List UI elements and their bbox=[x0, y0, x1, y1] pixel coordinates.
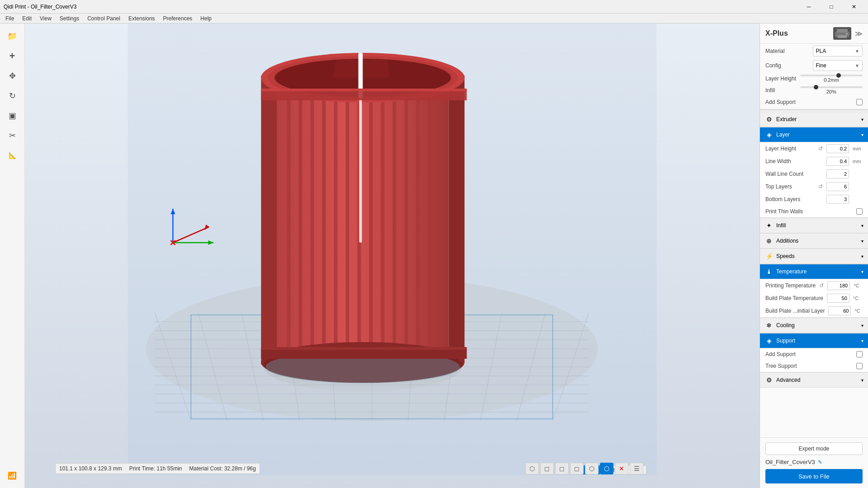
advanced-section-header[interactable]: ⚙ Advanced ▾ bbox=[760, 372, 868, 388]
arrange-button[interactable]: ☰ bbox=[630, 463, 643, 474]
wall-line-count-input[interactable] bbox=[826, 169, 849, 178]
minimize-button[interactable]: ─ bbox=[798, 0, 819, 14]
svg-rect-66 bbox=[838, 35, 847, 38]
layer-height-display: 0.2mm bbox=[800, 77, 863, 83]
open-folder-button[interactable]: 📁 bbox=[3, 27, 21, 45]
add-support-label: Add Support bbox=[765, 351, 853, 357]
menu-file[interactable]: File bbox=[2, 14, 18, 23]
statusbar: 101.1 x 100.8 x 129.3 mm Print Time: 11h… bbox=[55, 463, 260, 474]
infill-slider-container: 20% bbox=[800, 86, 863, 94]
menu-preferences[interactable]: Preferences bbox=[160, 14, 196, 23]
layer-height-quick-row: Layer Height 0.2mm bbox=[760, 73, 868, 84]
material-dropdown-arrow: ▼ bbox=[855, 49, 859, 54]
maximize-button[interactable]: □ bbox=[821, 0, 842, 14]
top-layers-reset-icon[interactable]: ↺ bbox=[818, 183, 823, 190]
print-thin-walls-row: Print Thin Walls bbox=[760, 206, 868, 217]
layer-height-input[interactable] bbox=[826, 144, 849, 153]
top-view-button[interactable]: ◻ bbox=[570, 463, 584, 474]
front-view-button[interactable]: ◻ bbox=[540, 463, 554, 474]
printing-temp-row: Printing Temperature ↺ °C bbox=[760, 279, 868, 292]
speeds-section-header[interactable]: ⚡ Speeds ▾ bbox=[760, 249, 868, 264]
window-controls: ─ □ ✕ bbox=[798, 0, 864, 14]
layer-height-thumb[interactable] bbox=[836, 73, 841, 78]
layer-height-slider-container: 0.2mm bbox=[800, 75, 863, 83]
build-plate-temp-input[interactable] bbox=[827, 294, 849, 303]
cut-tool-button[interactable]: ✂ bbox=[3, 127, 21, 145]
additions-icon: ⊕ bbox=[764, 236, 774, 245]
layer-height-detail-row: Layer Height ↺ mm bbox=[760, 142, 868, 155]
bottom-layers-input[interactable] bbox=[826, 195, 849, 204]
infill-section-header[interactable]: ✦ Infill ▾ bbox=[760, 218, 868, 233]
menu-control-panel[interactable]: Control Panel bbox=[84, 14, 124, 23]
svg-rect-52 bbox=[261, 89, 467, 91]
move-tool-button[interactable]: ✥ bbox=[3, 67, 21, 85]
support-section-header[interactable]: ◈ Support ▾ bbox=[760, 333, 868, 348]
config-select[interactable]: Fine ▼ bbox=[813, 60, 863, 71]
menu-extensions[interactable]: Extensions bbox=[125, 14, 159, 23]
active-view-button[interactable]: ⬡ bbox=[600, 463, 613, 474]
cooling-section-header[interactable]: ❄ Cooling ▾ bbox=[760, 318, 868, 333]
measure-tool-button[interactable]: 📐 bbox=[3, 146, 21, 164]
object-tools: ⬡ ◻ ◻ ◻ ⬡ ⬡ ✕ ☰ bbox=[525, 463, 643, 474]
printer-name: X-Plus bbox=[765, 29, 788, 38]
menu-settings[interactable]: Settings bbox=[56, 14, 83, 23]
add-support-quick-checkbox[interactable] bbox=[856, 99, 863, 105]
bottom-save-panel: Expert mode Oil_Filter_CoverV3 ✎ Save to… bbox=[760, 437, 868, 488]
right-view-button[interactable]: ◻ bbox=[555, 463, 569, 474]
additions-arrow: ▾ bbox=[861, 239, 863, 244]
print-thin-walls-checkbox[interactable] bbox=[856, 208, 863, 215]
infill-track bbox=[800, 86, 863, 88]
expand-panel-button[interactable]: ≫ bbox=[855, 29, 863, 38]
printing-temp-reset[interactable]: ↺ bbox=[819, 282, 824, 289]
layer-height-reset-icon[interactable]: ↺ bbox=[818, 145, 823, 152]
menu-edit[interactable]: Edit bbox=[19, 14, 35, 23]
svg-rect-34 bbox=[346, 75, 349, 360]
material-select[interactable]: PLA ▼ bbox=[813, 46, 863, 56]
tree-support-checkbox[interactable] bbox=[856, 363, 863, 369]
printer-header: X-Plus ≫ bbox=[760, 23, 868, 44]
line-width-row: Line Width mm bbox=[760, 155, 868, 168]
material-row: Material PLA ▼ bbox=[760, 44, 868, 58]
additions-section-header[interactable]: ⊕ Additions ▾ bbox=[760, 233, 868, 249]
window-title: Qidi Print - Oil_Filter_CoverV3 bbox=[4, 4, 76, 10]
perspective-view-button[interactable]: ⬡ bbox=[525, 463, 539, 474]
extruder-section-header[interactable]: ⚙ Extruder ▾ bbox=[760, 112, 868, 127]
cooling-icon: ❄ bbox=[764, 321, 774, 330]
layers-tool-button[interactable]: ▣ bbox=[3, 107, 21, 125]
temperature-section-header[interactable]: 🌡 Temperature ▾ bbox=[760, 264, 868, 279]
save-to-file-button[interactable]: Save to File bbox=[765, 469, 863, 483]
delete-button[interactable]: ✕ bbox=[615, 463, 628, 474]
iso-view-button[interactable]: ⬡ bbox=[585, 463, 599, 474]
svg-rect-30 bbox=[299, 75, 302, 360]
infill-icon: ✦ bbox=[764, 221, 774, 230]
file-name-row: Oil_Filter_CoverV3 ✎ bbox=[765, 459, 863, 465]
line-width-input[interactable] bbox=[826, 157, 849, 166]
svg-rect-27 bbox=[277, 73, 449, 362]
material-cost-label: Material Cost: 32.28m / 96g bbox=[189, 465, 256, 472]
layer-height-unit: mm bbox=[853, 146, 863, 151]
expert-mode-button[interactable]: Expert mode bbox=[765, 442, 863, 455]
viewport[interactable]: Solid X-Ray Layer 101.1 x 100.8 x 129.3 … bbox=[25, 23, 760, 488]
layer-section-header[interactable]: ◈ Layer ▾ bbox=[760, 127, 868, 142]
svg-rect-32 bbox=[322, 75, 326, 360]
svg-rect-41 bbox=[428, 75, 432, 360]
top-layers-label: Top Layers bbox=[765, 183, 815, 190]
printing-temp-input[interactable] bbox=[827, 281, 850, 290]
wifi-button[interactable]: 📶 bbox=[3, 466, 21, 484]
rotate-tool-button[interactable]: ↻ bbox=[3, 87, 21, 105]
add-support-checkbox[interactable] bbox=[856, 351, 863, 357]
edit-filename-icon[interactable]: ✎ bbox=[818, 459, 822, 465]
menu-help[interactable]: Help bbox=[197, 14, 215, 23]
printing-temp-label: Printing Temperature bbox=[765, 282, 816, 289]
config-label: Config bbox=[765, 62, 809, 69]
svg-rect-51 bbox=[261, 90, 467, 100]
model-svg bbox=[25, 23, 760, 475]
build-plate-initial-input[interactable] bbox=[828, 306, 851, 315]
add-object-button[interactable]: + bbox=[3, 47, 21, 65]
temperature-section-title: Temperature bbox=[776, 268, 861, 275]
menu-view[interactable]: View bbox=[36, 14, 55, 23]
build-plate-initial-label: Build Plate ...initial Layer bbox=[765, 308, 825, 314]
print-time-label: Print Time: 11h 55min bbox=[129, 465, 182, 472]
top-layers-input[interactable] bbox=[826, 182, 849, 191]
close-button[interactable]: ✕ bbox=[844, 0, 864, 14]
